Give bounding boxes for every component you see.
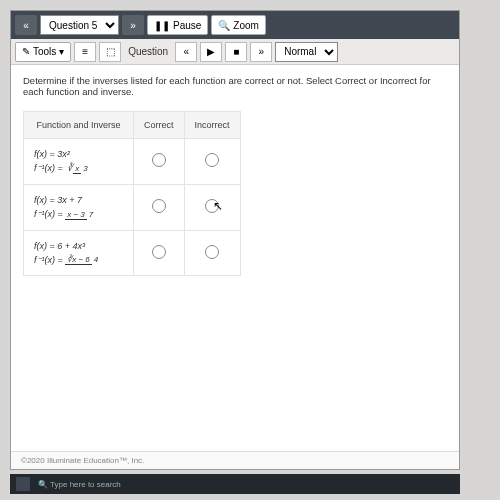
radio-correct[interactable] [152, 199, 166, 213]
table-row: f(x) = 3x + 7 f⁻¹(x) = x − 37 ↖ [24, 184, 241, 230]
mode-select[interactable]: Normal [275, 42, 338, 62]
view-list-button[interactable]: ≡ [74, 42, 96, 62]
pause-button[interactable]: ❚❚ Pause [147, 15, 208, 35]
radio-correct[interactable] [152, 153, 166, 167]
pause-icon: ❚❚ [154, 20, 170, 31]
fn-cell: f(x) = 3x² f⁻¹(x) = ∛x3 [24, 139, 134, 185]
prev-question-button[interactable]: « [15, 15, 37, 35]
nav-stop-button[interactable]: ■ [225, 42, 247, 62]
question-select[interactable]: Question 5 [40, 15, 119, 35]
cursor-icon: ↖ [213, 199, 223, 213]
taskbar-search-hint[interactable]: 🔍 Type here to search [38, 480, 121, 489]
page-footer: ©2020 Illuminate Education™, Inc. [11, 451, 459, 469]
os-taskbar[interactable]: 🔍 Type here to search [10, 474, 460, 494]
pause-label: Pause [173, 20, 201, 31]
radio-correct[interactable] [152, 245, 166, 259]
radio-incorrect[interactable] [205, 153, 219, 167]
fn-cell: f(x) = 6 + 4x³ f⁻¹(x) = ∛x − 64 [24, 230, 134, 276]
nav-play-button[interactable]: ▶ [200, 42, 222, 62]
nav-last-button[interactable]: » [250, 42, 272, 62]
zoom-label: Zoom [233, 20, 259, 31]
tools-menu[interactable]: ✎ Tools ▾ [15, 42, 71, 62]
table-row: f(x) = 3x² f⁻¹(x) = ∛x3 [24, 139, 241, 185]
col-header-correct: Correct [134, 112, 185, 139]
question-content: Determine if the inverses listed for eac… [11, 65, 459, 451]
answer-table: Function and Inverse Correct Incorrect f… [23, 111, 241, 276]
zoom-button[interactable]: 🔍 Zoom [211, 15, 266, 35]
wrench-icon: ✎ [22, 46, 30, 57]
secondary-toolbar: ✎ Tools ▾ ≡ ⬚ Question « ▶ ■ » Normal [11, 39, 459, 65]
col-header-incorrect: Incorrect [184, 112, 240, 139]
view-grid-button[interactable]: ⬚ [99, 42, 121, 62]
zoom-icon: 🔍 [218, 20, 230, 31]
app-window: « Question 5 » ❚❚ Pause 🔍 Zoom ✎ Tools ▾… [10, 10, 460, 470]
fn-cell: f(x) = 3x + 7 f⁻¹(x) = x − 37 [24, 184, 134, 230]
radio-incorrect[interactable] [205, 245, 219, 259]
nav-first-button[interactable]: « [175, 42, 197, 62]
table-row: f(x) = 6 + 4x³ f⁻¹(x) = ∛x − 64 [24, 230, 241, 276]
question-prompt: Determine if the inverses listed for eac… [23, 75, 447, 97]
start-button[interactable] [16, 477, 30, 491]
col-header-fn: Function and Inverse [24, 112, 134, 139]
next-question-button[interactable]: » [122, 15, 144, 35]
top-toolbar: « Question 5 » ❚❚ Pause 🔍 Zoom [11, 11, 459, 39]
question-label: Question [124, 46, 172, 57]
